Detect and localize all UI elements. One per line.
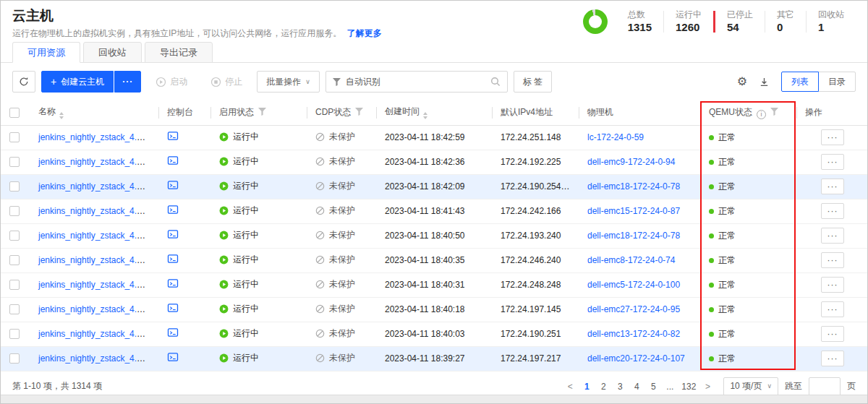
row-checkbox[interactable]: [9, 255, 20, 265]
console-icon[interactable]: [167, 156, 179, 166]
host-link[interactable]: dell-emc8-172-24-0-74: [587, 255, 675, 265]
table-row[interactable]: jenkins_nightly_zstack_4.6.21_c79_l... 运…: [1, 272, 868, 297]
sort-icon[interactable]: [423, 112, 427, 119]
console-icon[interactable]: [167, 205, 179, 215]
stop-button[interactable]: 停止: [202, 71, 251, 93]
host-link[interactable]: dell-emc9-172-24-0-94: [587, 157, 675, 167]
table-row[interactable]: jenkins_nightly_zstack_4.6.21_c79_l... 运…: [1, 346, 868, 371]
row-actions-button[interactable]: ···: [821, 277, 844, 293]
status-text: 运行中: [233, 278, 259, 291]
filter-icon[interactable]: [258, 108, 266, 116]
tab-export-records[interactable]: 导出记录: [145, 42, 213, 63]
refresh-button[interactable]: [12, 71, 35, 93]
table-row[interactable]: jenkins_nightly_zstack_4.6.21_c76_l... 运…: [1, 150, 868, 174]
vm-name-link[interactable]: jenkins_nightly_zstack_4.6.21_c76_l...: [38, 157, 158, 167]
filter-icon[interactable]: [770, 108, 778, 116]
info-icon[interactable]: i: [757, 110, 766, 119]
row-actions-button[interactable]: ···: [821, 228, 844, 244]
search-box[interactable]: 自动识别: [326, 71, 508, 93]
host-link[interactable]: dell-emc20-172-24-0-107: [587, 353, 685, 364]
row-checkbox[interactable]: [9, 329, 20, 339]
column-qemu-label: QEMU状态: [709, 107, 752, 117]
tag-button[interactable]: 标 签: [514, 71, 552, 93]
vm-name-link[interactable]: jenkins_nightly_zstack_4.6.21_c79_l...: [38, 329, 158, 339]
console-icon[interactable]: [167, 254, 179, 264]
page-button-3[interactable]: 3: [615, 382, 625, 392]
next-page-button[interactable]: >: [702, 382, 712, 392]
host-link[interactable]: dell-emc13-172-24-0-82: [587, 329, 680, 339]
host-link[interactable]: dell-emc18-172-24-0-78: [587, 231, 680, 241]
console-icon[interactable]: [167, 353, 179, 362]
row-checkbox[interactable]: [9, 206, 20, 216]
console-icon[interactable]: [167, 230, 179, 239]
row-checkbox[interactable]: [9, 280, 20, 290]
row-actions-button[interactable]: ···: [821, 203, 844, 219]
vm-name-link[interactable]: jenkins_nightly_zstack_4.6.21_c79_l...: [38, 181, 158, 192]
page-button-1[interactable]: 1: [582, 382, 592, 392]
table-row[interactable]: jenkins_nightly_zstack_4.6.21_c79_l... 运…: [1, 223, 868, 248]
page-button-2[interactable]: 2: [598, 382, 608, 392]
console-icon[interactable]: [167, 132, 179, 141]
row-checkbox[interactable]: [9, 231, 20, 241]
page-button-5[interactable]: 5: [648, 382, 658, 392]
row-actions-button[interactable]: ···: [821, 301, 844, 317]
tab-available-resources[interactable]: 可用资源: [12, 42, 80, 63]
vm-name-link[interactable]: jenkins_nightly_zstack_4.6.21_c79_l...: [38, 132, 158, 142]
row-actions-button[interactable]: ···: [821, 129, 844, 145]
prev-page-button[interactable]: <: [565, 382, 575, 392]
select-all-checkbox[interactable]: [9, 108, 20, 118]
host-link[interactable]: dell-emc5-172-24-0-100: [587, 280, 680, 290]
row-checkbox[interactable]: [9, 132, 20, 142]
export-button[interactable]: [759, 77, 770, 87]
host-link[interactable]: lc-172-24-0-59: [587, 132, 644, 142]
settings-button[interactable]: ⚙: [737, 76, 747, 87]
unprotected-icon: [315, 181, 325, 191]
table-row[interactable]: jenkins_nightly_zstack_4.6.21_c79_l... 运…: [1, 199, 868, 223]
view-catalog-button[interactable]: 目录: [818, 72, 856, 92]
create-vm-button[interactable]: + 创建云主机: [41, 71, 114, 93]
row-checkbox[interactable]: [9, 304, 20, 314]
table-row[interactable]: jenkins_nightly_zstack_4.6.21_c76_l... 运…: [1, 248, 868, 272]
vm-name-link[interactable]: jenkins_nightly_zstack_4.6.21_c79_l...: [38, 280, 158, 290]
running-icon: [219, 206, 229, 215]
row-checkbox[interactable]: [9, 181, 20, 192]
row-checkbox[interactable]: [9, 157, 20, 167]
row-actions-button[interactable]: ···: [821, 351, 844, 366]
page-button-4[interactable]: 4: [631, 382, 642, 392]
row-actions-button[interactable]: ···: [821, 252, 844, 268]
batch-actions-button[interactable]: 批量操作 ∨: [257, 71, 320, 93]
table-row[interactable]: jenkins_nightly_zstack_4.6.21_c79_l... 运…: [1, 125, 868, 150]
sort-icon[interactable]: [59, 112, 64, 119]
console-icon[interactable]: [167, 304, 179, 313]
host-link[interactable]: dell-emc18-172-24-0-78: [587, 181, 680, 192]
search-icon[interactable]: [490, 77, 501, 87]
create-more-button[interactable]: ···: [114, 71, 141, 93]
learn-more-link[interactable]: 了解更多: [347, 28, 382, 38]
host-link[interactable]: dell-emc15-172-24-0-87: [587, 206, 680, 216]
page-ellipsis[interactable]: ...: [665, 382, 675, 392]
table-row[interactable]: jenkins_nightly_zstack_4.6.21_c79_l... 运…: [1, 297, 868, 322]
page-size-select[interactable]: 10 项/页 ∨: [723, 377, 778, 396]
jump-page-input[interactable]: [809, 377, 841, 396]
view-list-button[interactable]: 列表: [781, 72, 819, 92]
row-checkbox[interactable]: [9, 353, 20, 364]
vm-name-link[interactable]: jenkins_nightly_zstack_4.6.21_c79_l...: [38, 353, 158, 364]
console-icon[interactable]: [167, 328, 179, 338]
row-actions-button[interactable]: ···: [821, 326, 844, 342]
vm-name-link[interactable]: jenkins_nightly_zstack_4.6.21_c79_l...: [38, 206, 158, 216]
vm-name-link[interactable]: jenkins_nightly_zstack_4.6.21_c79_l...: [38, 304, 158, 314]
table-row[interactable]: jenkins_nightly_zstack_4.6.21_c79_l... 运…: [1, 322, 868, 346]
console-icon[interactable]: [167, 279, 179, 288]
page-button-last[interactable]: 132: [681, 382, 696, 392]
start-button[interactable]: 启动: [147, 71, 196, 93]
console-icon[interactable]: [167, 181, 179, 190]
table-row[interactable]: jenkins_nightly_zstack_4.6.21_c79_l... 运…: [1, 174, 868, 199]
vm-name-link[interactable]: jenkins_nightly_zstack_4.6.21_c76_l...: [38, 255, 158, 265]
row-actions-button[interactable]: ···: [821, 154, 844, 170]
search-filter-mode[interactable]: 自动识别: [346, 76, 380, 88]
host-link[interactable]: dell-emc27-172-24-0-95: [587, 304, 680, 314]
tab-recycle-bin[interactable]: 回收站: [83, 42, 142, 63]
filter-icon[interactable]: [355, 108, 363, 116]
row-actions-button[interactable]: ···: [821, 179, 844, 194]
vm-name-link[interactable]: jenkins_nightly_zstack_4.6.21_c79_l...: [38, 231, 158, 241]
